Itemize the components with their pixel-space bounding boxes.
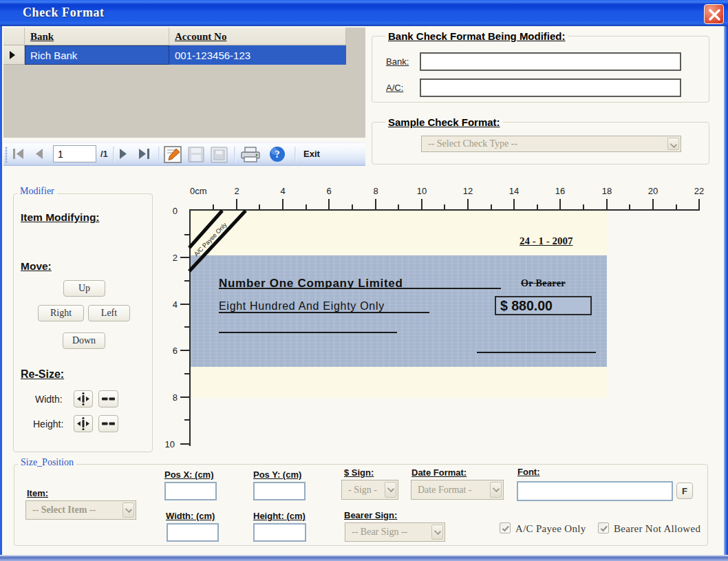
svg-text:8: 8 xyxy=(373,186,378,196)
svg-text:20: 20 xyxy=(648,186,658,196)
svg-text:/1: /1 xyxy=(100,149,108,159)
svg-text:0: 0 xyxy=(173,206,178,216)
svg-text:12: 12 xyxy=(463,186,473,196)
svg-text:8: 8 xyxy=(173,392,178,403)
svg-text:6: 6 xyxy=(326,186,331,196)
svg-text:Exit: Exit xyxy=(303,149,321,159)
svg-text:2: 2 xyxy=(173,253,178,263)
svg-text:?: ? xyxy=(275,149,280,160)
svg-text:4: 4 xyxy=(173,299,178,310)
svg-text:14: 14 xyxy=(509,186,519,196)
svg-text:2: 2 xyxy=(234,186,239,196)
svg-text:4: 4 xyxy=(280,186,285,196)
svg-text:10: 10 xyxy=(165,439,175,449)
svg-text:10: 10 xyxy=(417,186,427,196)
svg-text:6: 6 xyxy=(173,346,178,356)
svg-text:16: 16 xyxy=(555,186,565,196)
svg-text:0cm: 0cm xyxy=(190,186,207,196)
svg-text:18: 18 xyxy=(602,186,612,196)
svg-text:22: 22 xyxy=(694,186,704,196)
